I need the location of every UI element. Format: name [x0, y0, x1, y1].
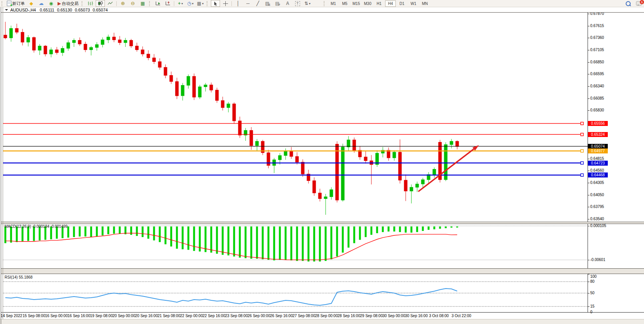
price-tick-label: 0.66340	[590, 84, 604, 88]
rsi-label: RSI(14) 55.1868	[5, 275, 32, 279]
toolbar-grip[interactable]	[207, 1, 209, 6]
time-axis-line	[1, 312, 644, 313]
chart-title-bar: AUDUSD-,H4 0.65111 0.65130 0.65073 0.650…	[1, 7, 644, 13]
terminal-button[interactable]: ☁	[37, 0, 46, 7]
price-badge: 0.64723	[588, 161, 608, 166]
autotrading-icon: ▶	[58, 1, 61, 6]
auto-scroll-button[interactable]	[153, 0, 162, 7]
tab-timeframe-M30[interactable]: M30	[362, 0, 373, 7]
macd-tickmark	[588, 226, 589, 226]
tab-timeframe-D1[interactable]: D1	[397, 0, 407, 7]
terminal-icon: ☁	[39, 1, 44, 6]
tab-timeframe-W1[interactable]: W1	[408, 0, 419, 7]
crosshair-button[interactable]	[221, 0, 230, 7]
tab-timeframe-MN[interactable]: MN	[419, 0, 430, 7]
new-order-button[interactable]: + 新订单	[6, 0, 26, 7]
tile-windows-icon: ▦	[141, 1, 145, 6]
symbol-dropdown-icon[interactable]	[5, 9, 8, 12]
price-badge: 0.65556	[588, 121, 608, 126]
quote-close: 0.65074	[93, 8, 108, 12]
bar-chart-button[interactable]	[86, 0, 95, 7]
autotrading-label: 自动交易	[62, 1, 79, 6]
rsi-tickmark	[588, 293, 589, 293]
pane-splitter-rsi[interactable]	[1, 268, 644, 274]
tab-timeframe-M5[interactable]: M5	[339, 0, 350, 7]
candlestick-button[interactable]	[96, 0, 105, 7]
chart-canvas[interactable]	[0, 0, 644, 324]
price-tickmark	[588, 159, 589, 159]
autotrading-button[interactable]: ▶ 自动交易	[56, 0, 80, 7]
price-tickmark	[588, 26, 589, 26]
search-icon[interactable]	[626, 1, 631, 6]
indicators-icon: +	[178, 1, 181, 6]
arrows-button[interactable]: ⇅▾	[303, 0, 312, 7]
vertical-line-button[interactable]: │	[233, 0, 243, 7]
text-label-button[interactable]: T	[293, 0, 302, 7]
trendline-icon: ╱	[257, 1, 259, 6]
zoom-in-button[interactable]: ⊕	[118, 0, 127, 7]
toolbar-grip[interactable]	[149, 1, 152, 6]
cursor-button[interactable]	[211, 0, 220, 7]
symbol-period: AUDUSD-,H4	[10, 8, 36, 12]
toolbar-grip[interactable]	[324, 1, 326, 6]
periods-button[interactable]: ◷▾	[186, 0, 195, 7]
tile-windows-button[interactable]: ▦	[138, 0, 147, 7]
zoom-out-button[interactable]: ⊖	[128, 0, 137, 7]
line-chart-icon	[108, 1, 113, 6]
price-tickmark	[588, 183, 589, 183]
chevron-down-icon: ▾	[192, 2, 193, 5]
rsi-tickmark	[588, 282, 589, 282]
price-tickmark	[588, 38, 589, 38]
chart-shift-button[interactable]	[163, 0, 172, 7]
price-tickmark	[588, 110, 589, 111]
line-chart-button[interactable]	[106, 0, 115, 7]
chat-icon[interactable]: 1	[636, 1, 642, 6]
arrows-icon: ⇅	[304, 1, 308, 6]
cursor-icon	[214, 1, 218, 6]
chevron-down-icon: ▾	[202, 2, 204, 5]
timeframe-group: M1M5M15M30H1H4D1W1MN	[328, 0, 430, 7]
metaeditor-icon: ◆	[29, 1, 33, 6]
indicators-button[interactable]: +▾	[176, 0, 185, 7]
metaeditor-button[interactable]: ◆	[27, 0, 36, 7]
price-tick-label: 0.64305	[590, 181, 604, 185]
price-tickmark	[588, 171, 589, 171]
tab-timeframe-H1[interactable]: H1	[374, 0, 384, 7]
tab-timeframe-M1[interactable]: M1	[328, 0, 339, 7]
rsi-tick-label: 50	[590, 291, 594, 295]
quote-high: 0.65130	[57, 8, 72, 12]
macd-tick-label: 0.000105	[590, 224, 606, 228]
trendline-button[interactable]: ╱	[253, 0, 262, 7]
tab-timeframe-M15[interactable]: M15	[351, 0, 361, 7]
zoom-in-icon: ⊕	[121, 1, 125, 6]
price-tickmark	[588, 207, 589, 207]
price-badge: 0.64468	[588, 172, 608, 177]
rsi-tick-label: 0	[590, 310, 593, 314]
new-order-icon: +	[7, 1, 11, 6]
toolbar-grip[interactable]	[82, 1, 84, 6]
templates-icon: ▩	[197, 1, 201, 6]
pane-splitter-macd[interactable]	[1, 222, 644, 224]
price-tick-label: 0.67360	[590, 35, 604, 40]
price-tick-label: 0.64050	[590, 193, 604, 197]
auto-scroll-icon	[155, 1, 161, 6]
price-tick-label: 0.65830	[590, 108, 604, 112]
templates-button[interactable]: ▩▾	[196, 0, 205, 7]
fibonacci-button[interactable]: ▤F	[273, 0, 282, 7]
text-button[interactable]: A	[283, 0, 292, 7]
signals-button[interactable]: ◉	[47, 0, 56, 7]
chevron-down-icon: ▾	[309, 2, 310, 5]
zoom-out-icon: ⊖	[131, 1, 135, 6]
text-label-icon: T	[295, 1, 300, 6]
macd-tick-label: -0.00601	[590, 258, 605, 262]
chart-shift-icon	[165, 1, 171, 6]
price-tick-label: 0.63540	[590, 217, 604, 221]
price-tickmark	[588, 195, 589, 195]
tab-timeframe-H4[interactable]: H4	[385, 0, 396, 7]
horizontal-line-button[interactable]: ─	[243, 0, 252, 7]
rsi-tickmark	[588, 312, 589, 313]
rsi-tick-label: 15	[590, 304, 594, 308]
channel-button[interactable]: ▨E	[263, 0, 272, 7]
price-tick-label: 0.66085	[590, 96, 604, 100]
toolbar-grip[interactable]	[2, 1, 4, 6]
